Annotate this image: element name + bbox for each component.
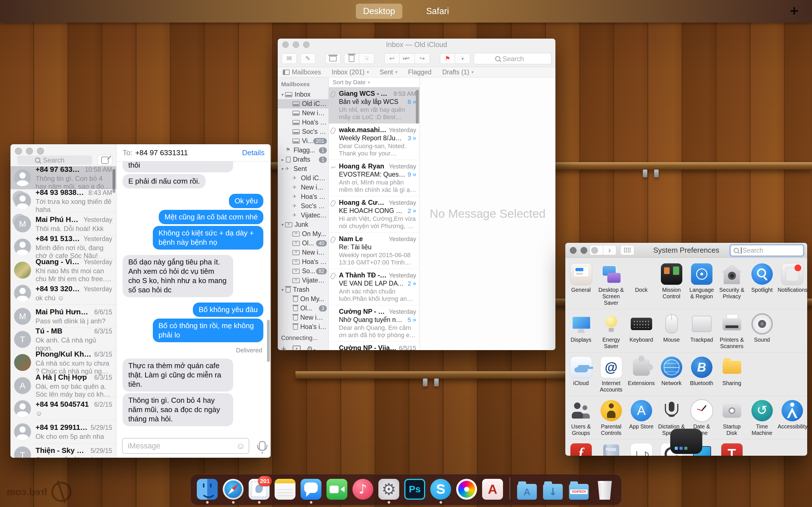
extensions[interactable]: Extensions — [626, 356, 656, 393]
preference-icon[interactable] — [665, 314, 678, 334]
preference-icon[interactable] — [570, 356, 592, 378]
disclosure-triangle-icon[interactable] — [280, 166, 285, 172]
dock-icon[interactable]: 201 — [249, 479, 269, 500]
mailbox-row[interactable]: Drafts 1 — [278, 155, 328, 164]
disclosure-triangle-icon[interactable] — [280, 92, 285, 97]
mail-search-input[interactable] — [474, 53, 552, 64]
bluetooth[interactable]: Bluetooth — [687, 356, 717, 393]
message-row[interactable]: Giang WCS - ANSV & A... 9:53 AM Bản vẽ x… — [329, 87, 419, 124]
archive-button[interactable] — [325, 53, 341, 64]
list-scrollbar[interactable] — [416, 90, 419, 124]
favorites-item[interactable]: Flagged — [408, 68, 432, 76]
conversation-row[interactable]: +84 91 2991183 5/29/15 Ok cho em 5p anh … — [10, 420, 116, 443]
emoji-picker-icon[interactable]: ☺ — [236, 441, 245, 450]
mailbox-row[interactable]: Old iClo... — [278, 173, 328, 183]
mailbox-row[interactable]: Old iClo... — [278, 99, 328, 108]
mailbox-row[interactable]: Vijatech... — [278, 211, 328, 220]
notifications[interactable]: Notifications — [777, 263, 807, 306]
favorites-item[interactable]: Inbox (201) — [332, 68, 369, 76]
notes[interactable] — [273, 479, 297, 504]
message-row[interactable]: Hoang & Ryan Yesterday EVOSTREAM: Questi… — [329, 160, 419, 196]
printers[interactable]: Printers & Scanners — [717, 313, 747, 349]
message-row[interactable]: Nam Le Yesterday Re: Tài liệu Weekly rep… — [329, 233, 419, 269]
preference-icon[interactable] — [781, 263, 803, 285]
mailbox-row[interactable]: Inbox — [278, 90, 328, 99]
dock-icon[interactable] — [430, 479, 451, 500]
energy[interactable]: Energy Saver — [596, 313, 626, 349]
preference-icon[interactable] — [751, 313, 773, 335]
new-message-button[interactable] — [98, 155, 112, 166]
delete-button[interactable] — [344, 53, 359, 64]
flag-menu-button[interactable] — [455, 53, 470, 64]
preference-icon[interactable] — [721, 263, 743, 285]
junk-button[interactable] — [359, 53, 374, 64]
space-tab[interactable]: Desktop — [356, 4, 403, 19]
mailbox-row[interactable]: Junk — [278, 220, 328, 229]
dock-icon[interactable] — [197, 479, 218, 500]
facetime[interactable] — [325, 479, 349, 504]
favorites-item[interactable]: Drafts (1) — [442, 68, 473, 76]
add-space-button[interactable]: + — [790, 3, 799, 18]
tuxera[interactable]: Tuxera NTFS — [717, 443, 747, 456]
sp-search-input[interactable] — [731, 245, 803, 256]
skype[interactable] — [429, 479, 452, 504]
message-row[interactable]: Hoang & Cường NP -... Yesterday KE HOACH… — [329, 196, 419, 233]
preference-icon[interactable] — [570, 443, 592, 456]
preference-icon[interactable] — [661, 263, 682, 285]
dock-icon[interactable] — [597, 480, 613, 500]
dock-icon[interactable] — [569, 484, 589, 500]
imessage-input[interactable] — [127, 441, 244, 451]
preference-icon[interactable] — [723, 361, 741, 374]
zoom-button[interactable] — [303, 41, 310, 48]
flag-button[interactable] — [440, 53, 455, 64]
preference-icon[interactable] — [601, 400, 622, 421]
get-mail-button[interactable] — [282, 53, 297, 64]
dock-icon[interactable] — [352, 479, 373, 500]
dock-icon[interactable] — [456, 479, 477, 500]
preference-icon[interactable] — [723, 318, 741, 330]
disclosure-triangle-icon[interactable] — [280, 287, 285, 292]
preference-icon[interactable] — [601, 263, 622, 285]
preference-icon[interactable] — [603, 445, 619, 456]
preference-icon[interactable] — [570, 313, 592, 335]
show-mail-activity-button[interactable]: ▾ — [293, 346, 301, 350]
mailbox-row[interactable]: Sent — [278, 164, 328, 173]
appstore[interactable]: App Store — [626, 399, 656, 436]
preference-icon[interactable] — [751, 400, 773, 421]
minimize-button[interactable] — [26, 148, 33, 155]
search-input[interactable] — [43, 156, 75, 165]
mailbox-row[interactable]: Hoa's iC... — [278, 322, 328, 332]
accessibility[interactable]: Accessibility — [777, 399, 807, 436]
reply-all-button[interactable] — [400, 53, 415, 64]
sp-search-field[interactable] — [730, 245, 803, 256]
mouse[interactable]: Mouse — [656, 313, 687, 349]
chat-scrollbar[interactable] — [267, 320, 270, 362]
conversation-row[interactable]: Phong/Kul Khánh Pho... 6/3/15 Cả nhà sóc… — [10, 351, 116, 374]
preference-icon[interactable] — [570, 263, 592, 285]
dock-icon[interactable] — [543, 484, 563, 500]
photos[interactable] — [455, 479, 478, 504]
close-button[interactable] — [15, 148, 22, 155]
dock[interactable]: Dock — [626, 263, 656, 306]
forward-button[interactable] — [415, 53, 430, 64]
add-mailbox-button[interactable]: + — [281, 344, 287, 350]
mail[interactable]: 201 — [248, 479, 271, 504]
network[interactable]: Network — [656, 356, 687, 393]
preference-icon[interactable] — [691, 263, 712, 285]
dock-icon[interactable] — [378, 479, 399, 500]
displays[interactable]: Displays — [566, 313, 596, 349]
preference-icon[interactable] — [600, 356, 622, 378]
system-preferences[interactable] — [377, 479, 400, 504]
mail-search-field[interactable] — [474, 53, 552, 64]
preference-icon[interactable] — [633, 359, 650, 376]
dock-icon[interactable] — [274, 479, 296, 500]
details-link[interactable]: Details — [242, 149, 264, 157]
autocad[interactable] — [481, 479, 504, 504]
fuse[interactable]: FUSE for OS X — [596, 443, 626, 456]
preference-icon[interactable] — [690, 399, 713, 422]
conversation-row[interactable]: T Thiện - Sky Cafe 5/29/15 Cục cpu tắt r… — [10, 443, 116, 458]
close-button[interactable] — [282, 41, 289, 48]
sound[interactable]: Sound — [747, 313, 777, 349]
space-tab[interactable]: Safari — [419, 4, 456, 19]
mailbox-row[interactable]: Hoa's iC... — [278, 257, 328, 267]
